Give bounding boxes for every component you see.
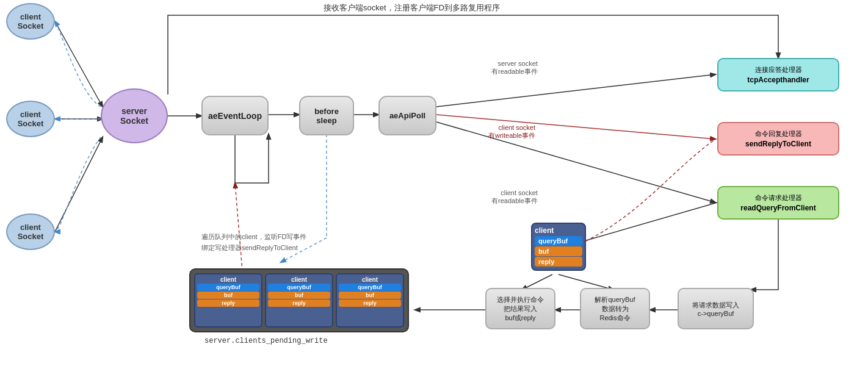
send-reply-title: 命令回复处理器 [755,129,802,138]
client-socket-3: clientSocket [6,213,55,250]
select-command: 选择并执行命令把结果写入buf或reply [485,288,555,329]
parse-querybuf: 解析queryBuf数据转为Redis命令 [580,288,650,329]
tcp-handler-title: 连接应答处理器 [755,65,802,74]
client-socket-1: client Socket [6,3,55,40]
ae-event-loop: aeEventLoop [201,96,269,135]
pending-client-3: client queryBuf buf reply [336,273,404,328]
read-query-name: readQueryFromClient [740,204,816,212]
server-socket: serverSocket [101,88,168,143]
ae-api-poll: aeApiPoll [378,96,436,135]
tcp-accept-handler: 连接应答处理器 tcpAccepthandler [717,58,839,91]
diagram-container: client Socket clientSocket clientSocket … [0,0,868,369]
pending-client-2: client queryBuf buf reply [265,273,333,328]
svg-line-0 [55,21,103,107]
tcp-handler-name: tcpAccepthandler [747,76,809,84]
svg-line-6 [436,74,715,107]
before-sleep: beforesleep [299,96,354,135]
client-socket-2: clientSocket [6,101,55,137]
svg-line-2 [55,137,103,232]
send-reply-name: sendReplyToClient [745,140,811,148]
read-query-title: 命令请求处理器 [755,193,802,202]
send-reply-handler: 命令回复处理器 sendReplyToClient [717,122,839,156]
read-query-handler: 命令请求处理器 readQueryFromClient [717,186,839,220]
pending-client-1: client queryBuf buf reply [194,273,262,328]
svg-line-7 [436,115,715,139]
pending-write-box: client queryBuf buf reply client queryBu… [189,268,409,332]
write-querybuf: 将请求数据写入c->queryBuf [678,288,754,329]
client-struct-single: client queryBuf buf reply [531,223,586,271]
svg-line-8 [436,122,715,202]
